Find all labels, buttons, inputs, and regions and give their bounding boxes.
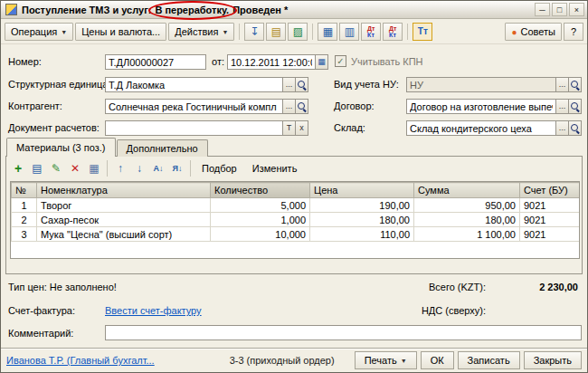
change-button[interactable]: Изменить <box>245 160 305 177</box>
counterparty-select-button[interactable]: ... <box>282 99 296 114</box>
warehouse-open-button[interactable] <box>568 120 582 136</box>
dt-kt-button[interactable]: ДтКт <box>361 23 381 41</box>
maximize-button[interactable]: □ <box>552 3 567 16</box>
cell-price[interactable]: 180,00 <box>310 213 414 227</box>
contract-input[interactable] <box>406 99 556 114</box>
add-row-icon: + <box>14 162 22 175</box>
nu-open-button[interactable] <box>568 77 582 92</box>
cell-sum[interactable]: 950,00 <box>414 198 520 213</box>
settlement-doc-type-button[interactable]: Т <box>282 120 296 136</box>
document-structure-button[interactable]: ▦ <box>318 23 337 41</box>
number-field <box>105 54 206 70</box>
tab-bar: Материалы (3 поз.) Дополнительно <box>6 138 208 157</box>
cell-nomenclature[interactable]: Сахар-песок <box>37 213 211 227</box>
print-button[interactable]: Печать ▼ <box>355 351 417 369</box>
close-button[interactable]: × <box>569 3 584 16</box>
col-header-price[interactable]: Цена <box>310 183 414 198</box>
save-button[interactable]: Записать <box>458 351 520 369</box>
copy-document-icon: ▤ <box>271 26 281 37</box>
tips-button[interactable]: ● Советы <box>505 23 562 41</box>
contract-select-button[interactable]: ... <box>555 99 569 114</box>
dt-kt-icon: ДтКт <box>367 25 375 38</box>
warehouse-input[interactable] <box>406 120 556 136</box>
operation-menu-label: Операция <box>11 26 57 37</box>
col-header-quantity[interactable]: Количество <box>211 183 310 198</box>
sort-desc-button[interactable]: Я↓ <box>168 160 186 177</box>
cell-account[interactable]: 9021 <box>520 213 580 227</box>
table-row: 2 Сахар-песок 1,000 180,00 180,00 9021 <box>12 213 580 227</box>
pick-button[interactable]: Подбор <box>194 160 244 177</box>
warehouse-label: Склад: <box>334 122 365 133</box>
cell-quantity[interactable]: 5,000 <box>211 198 310 213</box>
maximize-icon: □ <box>557 5 562 14</box>
settlement-doc-clear-button[interactable]: х <box>295 120 308 136</box>
calendar-button[interactable]: ▦ <box>315 54 328 70</box>
cell-sum[interactable]: 180,00 <box>414 213 520 227</box>
number-input[interactable] <box>105 54 206 70</box>
prices-currency-button[interactable]: Цены и валюта... <box>75 23 166 41</box>
close-window-button[interactable]: Закрыть <box>524 351 582 369</box>
col-header-sum[interactable]: Сумма <box>414 183 520 198</box>
date-input[interactable] <box>227 54 316 70</box>
cell-row-number[interactable]: 2 <box>12 213 37 227</box>
delete-row-button[interactable]: ✕ <box>66 160 84 177</box>
cell-nomenclature[interactable]: Мука "Цесна" (высший сорт) <box>37 227 211 242</box>
structural-unit-input[interactable] <box>105 77 283 92</box>
ok-button[interactable]: ОК <box>421 351 454 369</box>
register-records-button[interactable]: ▥ <box>339 23 359 41</box>
col-header-account[interactable]: Счет (БУ) <box>520 183 580 198</box>
cell-account[interactable]: 9021 <box>520 227 580 242</box>
totals-button[interactable]: Тт <box>413 23 432 41</box>
counterparty-open-button[interactable] <box>295 99 308 114</box>
end-edit-button[interactable]: ▦ <box>85 160 103 177</box>
copy-row-button[interactable]: ▤ <box>28 160 46 177</box>
counterparty-input[interactable] <box>105 99 283 114</box>
col-header-number[interactable]: № <box>12 183 37 198</box>
comment-input[interactable] <box>105 325 582 340</box>
move-up-button[interactable]: ↑ <box>111 160 129 177</box>
help-button[interactable]: ? <box>564 23 583 41</box>
actions-menu-button[interactable]: Действия ▼ <box>168 23 234 41</box>
contract-open-button[interactable] <box>568 99 582 114</box>
help-icon: ? <box>571 26 576 37</box>
cell-nomenclature[interactable]: Творог <box>37 198 211 213</box>
tab-additional[interactable]: Дополнительно <box>117 139 208 157</box>
cell-sum[interactable]: 1 100,00 <box>414 227 520 242</box>
cell-row-number[interactable]: 1 <box>12 198 37 213</box>
tab-materials[interactable]: Материалы (3 поз.) <box>6 138 116 157</box>
structural-unit-field: ... <box>105 77 308 92</box>
nu-accounting-field: ... <box>406 77 582 92</box>
sort-asc-button[interactable]: А↓ <box>149 160 167 177</box>
annotation-ellipse: В переработку. <box>155 5 229 15</box>
structural-unit-open-button[interactable] <box>295 77 308 92</box>
print-button-label: Печать <box>365 355 397 366</box>
statusbar: Иванова Т.Р. (Главный бухгалт... 3-3 (пр… <box>1 348 587 372</box>
dt-kt-list-button[interactable]: ДтКт <box>383 23 403 41</box>
copy-document-button[interactable]: ▤ <box>266 23 286 41</box>
cell-account[interactable]: 9021 <box>520 198 580 213</box>
move-down-button[interactable]: ↓ <box>130 160 148 177</box>
edit-row-button[interactable]: ✎ <box>47 160 65 177</box>
operation-menu-button[interactable]: Операция ▼ <box>5 23 73 41</box>
responsible-user-link[interactable]: Иванова Т.Р. (Главный бухгалт... <box>6 355 155 366</box>
number-label: Номер: <box>8 56 42 67</box>
cell-row-number[interactable]: 3 <box>12 227 37 242</box>
window-controls: ─ □ × <box>533 3 584 16</box>
cell-price[interactable]: 190,00 <box>310 198 414 213</box>
col-header-nomenclature[interactable]: Номенклатура <box>37 183 211 198</box>
cell-quantity[interactable]: 10,000 <box>211 227 310 242</box>
cell-quantity[interactable]: 1,000 <box>211 213 310 227</box>
warehouse-select-button[interactable]: ... <box>555 120 569 136</box>
structural-unit-select-button[interactable]: ... <box>282 77 296 92</box>
add-row-button[interactable]: + <box>9 160 27 177</box>
nu-select-button[interactable]: ... <box>555 77 569 92</box>
copy-row-icon: ▤ <box>32 163 42 174</box>
minimize-button[interactable]: ─ <box>535 3 550 16</box>
enter-invoice-link[interactable]: Ввести счет-фактуру <box>105 305 202 316</box>
settlement-doc-input[interactable] <box>105 120 283 136</box>
counterparty-label: Контрагент: <box>8 100 62 111</box>
cell-price[interactable]: 110,00 <box>310 227 414 242</box>
open-journal-button[interactable]: ▨ <box>288 23 308 41</box>
post-document-button[interactable]: ↧ <box>244 23 264 41</box>
tab-additional-label: Дополнительно <box>127 143 198 154</box>
